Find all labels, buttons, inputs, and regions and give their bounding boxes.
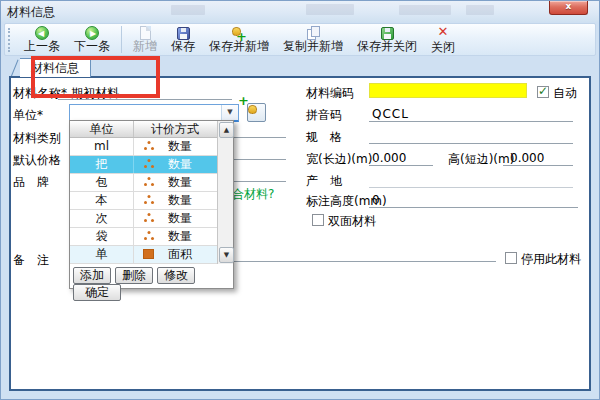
unit-option-row[interactable]: 把数量 (70, 156, 217, 174)
column-header-method: 计价方式 (134, 121, 216, 137)
method-cell: 数量 (134, 210, 217, 227)
dropdown-button-0[interactable]: 添加 (73, 267, 111, 284)
toolbar-button-save[interactable]: 保存 (164, 24, 202, 56)
title-bar: 材料信息 x (1, 1, 599, 22)
unit-cell: 本 (70, 192, 134, 209)
quantity-dots-icon (143, 195, 155, 206)
scroll-down-icon[interactable]: ▼ (219, 247, 234, 263)
window-close-button[interactable]: x (549, 1, 588, 15)
unit-dropdown: 单位 计价方式 ml数量把数量包数量本数量次数量袋数量单面积 ▲ ▼ 添加删除修… (69, 120, 234, 289)
material-code-label: 材料编码 (306, 85, 354, 102)
dropdown-button-3[interactable]: 确定 (73, 284, 121, 301)
titlebar-ghost-artifact (399, 5, 451, 15)
toolbar-button-save-close[interactable]: 保存并关闭 (350, 24, 424, 56)
method-cell: 数量 (134, 192, 217, 209)
unit-dropdown-grid: 单位 计价方式 ml数量把数量包数量本数量次数量袋数量单面积 ▲ ▼ (70, 121, 233, 264)
quantity-dots-icon (143, 231, 155, 242)
tab-slant-edge (10, 60, 18, 78)
toolbar-grip[interactable] (8, 28, 13, 52)
toolbar-button-label: 下一条 (74, 40, 110, 53)
window-title: 材料信息 (7, 4, 55, 21)
prev-icon (35, 26, 49, 40)
toolbar-button-label: 保存并关闭 (357, 40, 417, 53)
unit-cell: 包 (70, 174, 134, 191)
toolbar-button-label: 新增 (133, 40, 157, 53)
unit-option-row[interactable]: 次数量 (70, 210, 217, 228)
titlebar-ghost-artifact (171, 5, 205, 15)
dropdown-scrollbar[interactable]: ▲ ▼ (217, 121, 233, 264)
method-cell: 面积 (134, 246, 217, 263)
material-info-window: 材料信息 x 上一条下一条新增保存保存并新增复制并新增保存并关闭关闭 材料信息 … (0, 0, 600, 400)
unit-dropdown-footer: 添加删除修改确定 (70, 264, 233, 288)
titlebar-ghost-artifact (306, 4, 354, 15)
unit-option-row[interactable]: ml数量 (70, 138, 217, 156)
next-icon (85, 26, 99, 40)
height-label: 高(短边)(m) (448, 151, 514, 168)
material-code-field[interactable] (369, 83, 527, 98)
save-icon (177, 27, 190, 40)
close-icon (435, 25, 451, 40)
method-label: 数量 (168, 156, 192, 173)
double-sided-checkbox[interactable] (312, 214, 324, 226)
unit-cell: 把 (70, 156, 134, 173)
method-cell: 数量 (134, 156, 217, 173)
toolbar-button-label: 关闭 (431, 41, 455, 54)
method-label: 面积 (168, 246, 192, 263)
width-underline (369, 165, 433, 166)
toolbar-button-save-new[interactable]: 保存并新增 (202, 24, 276, 56)
origin-underline (369, 187, 573, 188)
remark-label: 备 注 (13, 252, 49, 269)
pinyin-underline (369, 121, 573, 122)
spec-underline (369, 143, 573, 144)
auto-checkbox[interactable] (537, 86, 549, 98)
width-value[interactable]: 0.000 (372, 151, 406, 165)
unit-cell: ml (70, 138, 134, 155)
toolbar-button-label: 复制并新增 (283, 40, 343, 53)
mark-height-value[interactable]: 0 (372, 193, 380, 207)
quantity-dots-icon (143, 177, 155, 188)
double-sided-label: 双面材料 (328, 213, 376, 230)
dropdown-button-2[interactable]: 修改 (157, 267, 195, 284)
area-square-icon (143, 249, 155, 260)
toolbar-button-prev[interactable]: 上一条 (17, 24, 67, 56)
unit-option-row[interactable]: 本数量 (70, 192, 217, 210)
width-label: 宽(长边)(m) (306, 151, 372, 168)
pinyin-value[interactable]: QCCL (372, 107, 409, 121)
unit-cell: 单 (70, 246, 134, 263)
quantity-dots-icon (143, 141, 155, 152)
method-label: 数量 (168, 138, 192, 155)
method-label: 数量 (168, 174, 192, 191)
method-cell: 数量 (134, 138, 217, 155)
unit-dropdown-rows: ml数量把数量包数量本数量次数量袋数量单面积 (70, 138, 217, 264)
brand-label: 品 牌 (13, 174, 49, 191)
unit-label: 单位* (13, 107, 43, 124)
mark-height-underline (369, 207, 578, 208)
method-label: 数量 (168, 192, 192, 209)
unit-option-row[interactable]: 单面积 (70, 246, 217, 264)
toolbar-button-copy-new[interactable]: 复制并新增 (276, 24, 350, 56)
unit-option-row[interactable]: 包数量 (70, 174, 217, 192)
method-cell: 数量 (134, 228, 217, 245)
save-new-icon (232, 26, 246, 40)
toolbar-button-close[interactable]: 关闭 (424, 24, 462, 56)
origin-label: 产 地 (306, 173, 342, 190)
default-price-label: 默认价格 (13, 152, 61, 169)
save-close-icon (381, 27, 394, 40)
copy-new-icon (306, 26, 320, 40)
height-value[interactable]: 0.000 (510, 151, 544, 165)
method-label: 数量 (168, 228, 192, 245)
category-label: 材料类别 (13, 130, 61, 147)
unit-option-row[interactable]: 袋数量 (70, 228, 217, 246)
add-unit-button[interactable] (247, 103, 266, 122)
combobox-dropdown-arrow-icon[interactable]: ▼ (221, 105, 238, 120)
pinyin-label: 拼音码 (306, 107, 342, 124)
toolbar-buttons: 上一条下一条新增保存保存并新增复制并新增保存并关闭关闭 (17, 24, 462, 56)
unit-cell: 次 (70, 210, 134, 227)
titlebar-ghost-artifact (466, 5, 494, 15)
scroll-up-icon[interactable]: ▲ (219, 122, 234, 138)
disable-material-checkbox[interactable] (505, 252, 517, 264)
toolbar-button-label: 上一条 (24, 40, 60, 53)
dropdown-button-1[interactable]: 删除 (115, 267, 153, 284)
quantity-dots-icon (143, 159, 155, 170)
toolbar-button-next[interactable]: 下一条 (67, 24, 117, 56)
